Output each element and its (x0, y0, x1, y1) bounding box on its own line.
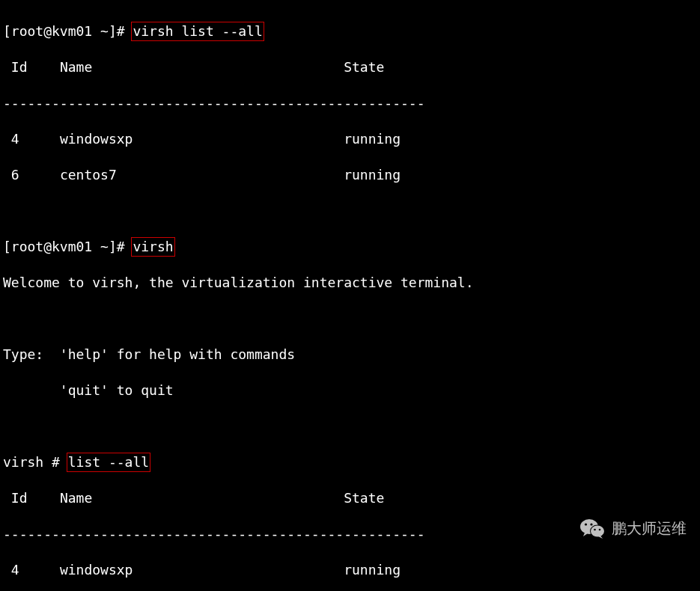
watermark: 鹏大师运维 (580, 482, 687, 575)
table-header-1: Id Name State (3, 58, 697, 76)
col-id: Id (3, 490, 28, 506)
cell-id: 4 (3, 562, 19, 578)
blank-line (3, 202, 697, 220)
watermark-text: 鹏大师运维 (612, 519, 687, 537)
cmd-line-1: [root@kvm01 ~]# virsh list --all (3, 22, 697, 40)
cell-id: 4 (3, 131, 19, 147)
cell-name: windowsxp (60, 562, 133, 578)
divider-1: ----------------------------------------… (3, 94, 697, 112)
command-highlight: virsh list --all (131, 22, 264, 41)
table-row: 6 centos7 running (3, 166, 697, 184)
cell-state: running (344, 167, 401, 183)
command-text: list --all (68, 454, 149, 470)
svg-point-4 (590, 523, 592, 525)
blank-line (3, 310, 697, 328)
col-state: State (344, 59, 384, 75)
cell-id: 6 (3, 167, 19, 183)
cell-state: running (344, 131, 401, 147)
welcome-line: Welcome to virsh, the virtualization int… (3, 274, 697, 292)
prompt: virsh # (3, 454, 68, 470)
col-id: Id (3, 59, 28, 75)
help-line: 'quit' to quit (3, 382, 697, 399)
terminal[interactable]: [root@kvm01 ~]# virsh list --all Id Name… (0, 0, 700, 591)
svg-point-5 (594, 529, 596, 531)
cell-name: windowsxp (60, 131, 133, 147)
svg-point-2 (591, 526, 604, 537)
command-text: virsh list --all (133, 23, 262, 39)
command-highlight: list --all (67, 453, 150, 472)
cell-state: running (344, 562, 401, 578)
svg-point-3 (585, 523, 587, 525)
prompt: [root@kvm01 ~]# (3, 239, 133, 254)
cmd-line-3: virsh # list --all (3, 453, 697, 471)
cmd-line-2: [root@kvm01 ~]# virsh (3, 238, 697, 256)
table-row: 4 windowsxp running (3, 130, 697, 148)
cell-name: centos7 (60, 167, 117, 183)
prompt: [root@kvm01 ~]# (3, 23, 133, 39)
help-line: Type: 'help' for help with commands (3, 346, 697, 364)
svg-point-6 (599, 529, 601, 531)
col-name: Name (60, 490, 92, 506)
wechat-icon (580, 482, 606, 575)
col-name: Name (60, 59, 92, 75)
command-text: virsh (133, 239, 173, 254)
blank-line (3, 417, 697, 435)
col-state: State (344, 490, 384, 506)
command-highlight: virsh (131, 237, 174, 257)
